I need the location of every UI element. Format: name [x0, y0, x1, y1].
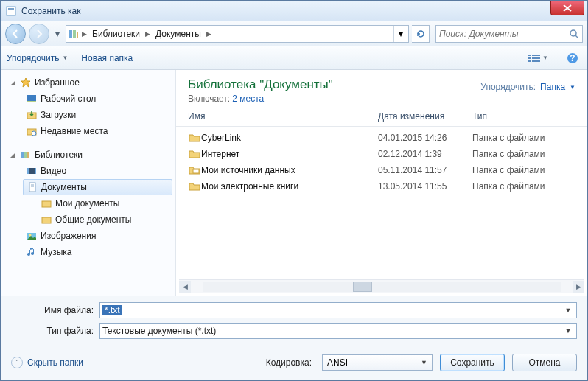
svg-rect-9 — [528, 57, 531, 59]
chevron-down-icon[interactable]: ▼ — [562, 307, 574, 314]
list-item[interactable]: CyberLink 04.01.2015 14:26 Папка с файла… — [188, 130, 575, 146]
col-type[interactable]: Тип — [472, 111, 575, 122]
folder-icon — [188, 181, 201, 192]
col-date[interactable]: Дата изменения — [378, 111, 472, 122]
chevron-down-icon: ▼ — [62, 55, 68, 61]
scroll-left-button[interactable]: ◀ — [179, 281, 191, 293]
address-dropdown[interactable]: ▾ — [393, 26, 407, 42]
history-dropdown[interactable]: ▾ — [52, 25, 63, 43]
file-date: 05.11.2014 11:57 — [378, 165, 472, 175]
scroll-right-button[interactable]: ▶ — [573, 281, 584, 293]
downloads-icon — [26, 109, 38, 121]
document-icon — [27, 181, 38, 193]
filename-value[interactable]: *.txt — [102, 305, 122, 315]
breadcrumb-sep[interactable]: ▶ — [206, 30, 212, 38]
tree-downloads[interactable]: Загрузки — [1, 107, 175, 123]
filename-field[interactable]: *.txt ▼ — [99, 302, 577, 318]
cancel-button[interactable]: Отмена — [512, 354, 577, 371]
svg-text:?: ? — [570, 53, 575, 63]
breadcrumb-item[interactable]: Библиотеки — [89, 29, 143, 39]
library-header: Библиотека "Документы" Включает: 2 места… — [176, 70, 587, 108]
refresh-icon — [416, 29, 426, 39]
chevron-down-icon: ▼ — [570, 84, 575, 91]
svg-rect-23 — [27, 152, 29, 158]
organize-menu[interactable]: Упорядочить ▼ — [7, 53, 68, 63]
breadcrumb-sep[interactable]: ▶ — [81, 30, 88, 38]
save-button[interactable]: Сохранить — [440, 354, 505, 371]
breadcrumb-sep[interactable]: ▶ — [144, 30, 151, 38]
list-item[interactable]: Мои электронные книги 13.05.2014 11:55 П… — [188, 178, 575, 195]
tree-favorites[interactable]: ◢ Избранное — [1, 74, 175, 91]
navigation-bar: ▾ ▶ Библиотеки ▶ Документы ▶ ▾ — [1, 21, 587, 46]
file-list: CyberLink 04.01.2015 14:26 Папка с файла… — [176, 127, 587, 198]
tree-my-documents[interactable]: Мои документы — [1, 195, 175, 212]
address-bar[interactable]: ▶ Библиотеки ▶ Документы ▶ ▾ — [66, 25, 409, 43]
svg-rect-11 — [528, 60, 531, 62]
search-box[interactable] — [435, 25, 583, 43]
col-name[interactable]: Имя — [188, 111, 378, 122]
file-name: Интернет — [201, 149, 378, 159]
svg-rect-10 — [532, 57, 540, 59]
folder-icon — [188, 133, 201, 143]
back-button[interactable] — [5, 24, 26, 44]
tree-label: Изображения — [41, 231, 96, 241]
filetype-label: Тип файла: — [11, 326, 94, 336]
horizontal-scrollbar[interactable]: ◀ ▶ — [179, 279, 584, 293]
collapse-icon[interactable]: ◢ — [8, 151, 17, 158]
file-type: Папка с файлами — [472, 133, 545, 143]
libraries-icon — [68, 28, 80, 40]
hide-folders-button[interactable]: ˄ Скрыть папки — [11, 357, 83, 368]
desktop-icon — [26, 93, 38, 105]
includes-link[interactable]: 2 места — [232, 94, 264, 104]
svg-rect-17 — [27, 101, 36, 102]
file-name: Мои электронные книги — [201, 181, 378, 192]
window-title: Сохранить как — [21, 6, 550, 16]
arrange-by[interactable]: Упорядочить: Папка ▼ — [480, 82, 575, 92]
svg-rect-3 — [73, 30, 76, 38]
tree-libraries[interactable]: ◢ Библиотеки — [1, 147, 175, 163]
collapse-icon[interactable]: ◢ — [8, 79, 17, 86]
tree-music[interactable]: Музыка — [1, 244, 175, 260]
view-options-button[interactable]: ▼ — [525, 51, 550, 66]
tree-label: Загрузки — [41, 110, 76, 120]
arrow-right-icon — [34, 29, 44, 39]
list-item[interactable]: Интернет 02.12.2014 1:39 Папка с файлами — [188, 146, 575, 162]
file-type: Папка с файлами — [472, 149, 545, 159]
help-button[interactable]: ? — [564, 49, 581, 67]
library-title: Библиотека "Документы" — [188, 77, 480, 92]
chevron-up-icon: ˄ — [11, 357, 23, 368]
forward-button[interactable] — [29, 24, 49, 44]
save-label: Сохранить — [450, 357, 494, 368]
tree-label: Рабочий стол — [41, 94, 96, 104]
encoding-combo[interactable]: ANSI ▼ — [322, 354, 433, 371]
search-input[interactable] — [439, 29, 569, 39]
encoding-label: Кодировка: — [266, 357, 312, 368]
tree-recent[interactable]: Недавние места — [1, 123, 175, 139]
svg-rect-0 — [7, 7, 15, 15]
scroll-track[interactable] — [203, 282, 561, 292]
arrange-label: Упорядочить: — [480, 82, 536, 92]
breadcrumb-item[interactable]: Документы — [153, 29, 204, 39]
tree-public-documents[interactable]: Общие документы — [1, 212, 175, 228]
pictures-icon — [26, 230, 38, 242]
tree-label: Мои документы — [55, 198, 119, 209]
refresh-button[interactable] — [412, 25, 430, 43]
chevron-down-icon[interactable]: ▼ — [562, 327, 574, 335]
list-item[interactable]: Мои источники данных 05.11.2014 11:57 Па… — [188, 162, 575, 178]
file-type: Папка с файлами — [472, 181, 545, 192]
tree-pictures[interactable]: Изображения — [1, 228, 175, 244]
tree-documents[interactable]: Документы — [23, 179, 172, 195]
new-folder-button[interactable]: Новая папка — [81, 53, 133, 63]
scroll-thumb[interactable] — [353, 282, 372, 292]
column-headers[interactable]: Имя Дата изменения Тип — [176, 108, 587, 127]
close-button[interactable] — [550, 1, 584, 15]
command-bar: Упорядочить ▼ Новая папка ▼ ? — [1, 46, 587, 70]
encoding-value: ANSI — [327, 357, 348, 368]
svg-rect-1 — [8, 8, 14, 10]
tree-videos[interactable]: Видео — [1, 163, 175, 179]
tree-desktop[interactable]: Рабочий стол — [1, 91, 175, 107]
nav-tree: ◢ Избранное Рабочий стол Загрузки Недавн… — [1, 70, 176, 296]
svg-rect-2 — [69, 30, 72, 38]
filetype-field[interactable]: Текстовые документы (*.txt) ▼ — [99, 323, 577, 339]
folder-icon — [41, 198, 52, 209]
